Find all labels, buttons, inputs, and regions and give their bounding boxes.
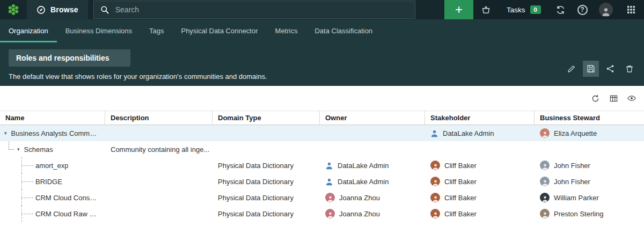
column-settings-button[interactable] [606, 91, 620, 105]
chevron-down-icon: ▾ [116, 55, 119, 61]
tree-line [21, 181, 33, 182]
row-stakeholder[interactable]: Cliff Baker [444, 210, 477, 218]
row-business-steward[interactable]: Eliza Arquette [554, 129, 597, 137]
expand-caret[interactable]: ▾ [4, 130, 7, 136]
table-row[interactable]: ▾ Business Analysts Commun... DataLake A… [0, 125, 644, 141]
row-owner[interactable]: DataLake Admin [338, 178, 389, 186]
share-icon [606, 64, 614, 73]
view-actions [564, 61, 638, 77]
section-tabs: Organization Business Dimensions Tags Ph… [0, 19, 644, 42]
refresh-button[interactable] [588, 91, 602, 105]
sync-icon [556, 5, 565, 14]
row-stakeholder[interactable]: Cliff Baker [444, 194, 477, 202]
create-asset-button[interactable]: + [444, 0, 473, 19]
topbar-right-controls: + Tasks 0 ? [444, 0, 644, 19]
table-row[interactable]: amort_exp Physical Data Dictionary DataL… [0, 157, 644, 173]
avatar [540, 209, 550, 218]
sync-button[interactable] [550, 0, 571, 19]
row-owner[interactable]: DataLake Admin [338, 162, 389, 170]
tab-tags[interactable]: Tags [141, 19, 172, 42]
save-view-button[interactable] [583, 61, 599, 77]
row-owner[interactable]: Joanna Zhou [339, 210, 380, 218]
table-row[interactable]: ▾ Schemas Community containing all inge.… [0, 141, 644, 157]
save-icon [587, 64, 595, 73]
tab-physical-data-connector[interactable]: Physical Data Connector [172, 19, 266, 42]
row-business-steward[interactable]: William Parker [554, 194, 599, 202]
row-name[interactable]: CRM Cloud Consum... [35, 194, 100, 202]
group-user-icon [430, 129, 438, 137]
avatar [325, 193, 335, 202]
search-bar[interactable] [93, 1, 415, 19]
column-header-business-steward[interactable]: Business Steward [535, 111, 644, 125]
column-header-name[interactable]: Name [0, 111, 105, 125]
column-header-stakeholder[interactable]: Stakeholder [425, 111, 535, 125]
row-business-steward[interactable]: John Fisher [554, 178, 590, 186]
expand-caret[interactable]: ▾ [17, 147, 20, 152]
share-view-button[interactable] [602, 61, 618, 77]
tree-line [9, 149, 14, 150]
view-description: The default view that shows roles for yo… [9, 72, 635, 81]
app-switcher-button[interactable] [618, 0, 644, 19]
tab-metrics[interactable]: Metrics [267, 19, 306, 42]
tasks-count-badge: 0 [530, 5, 541, 14]
tab-label: Tags [149, 27, 164, 35]
row-stakeholder[interactable]: Cliff Baker [444, 162, 477, 170]
avatar [430, 193, 440, 202]
table-row[interactable]: BRIDGE Physical Data Dictionary DataLake… [0, 173, 644, 189]
visibility-button[interactable] [625, 91, 639, 105]
help-button[interactable]: ? [571, 0, 594, 19]
compass-icon [36, 5, 46, 14]
app-logo[interactable] [0, 0, 27, 19]
row-name[interactable]: Business Analysts Commun... [11, 129, 100, 137]
row-business-steward[interactable]: Preston Sterling [554, 210, 604, 218]
tab-organization[interactable]: Organization [0, 19, 57, 42]
avatar [540, 161, 550, 170]
basket-button[interactable] [473, 0, 498, 19]
avatar [540, 128, 550, 138]
row-stakeholder [425, 141, 535, 157]
delete-view-button[interactable] [621, 61, 638, 77]
tab-label: Metrics [275, 27, 298, 35]
browse-button[interactable]: Browse [27, 0, 88, 19]
tab-data-classification[interactable]: Data Classification [306, 19, 381, 42]
avatar [430, 209, 440, 218]
refresh-icon [591, 94, 599, 103]
group-user-icon [325, 162, 333, 170]
tree-line [21, 165, 33, 166]
row-name[interactable]: CRM Cloud Raw Data [35, 210, 100, 218]
tab-business-dimensions[interactable]: Business Dimensions [57, 19, 141, 42]
column-header-owner[interactable]: Owner [320, 111, 425, 125]
row-owner [320, 141, 425, 157]
row-name[interactable]: amort_exp [35, 162, 68, 170]
table-grid-icon [610, 94, 618, 103]
row-name[interactable]: Schemas [24, 145, 53, 154]
row-business-steward[interactable]: John Fisher [554, 162, 590, 170]
row-stakeholder[interactable]: Cliff Baker [444, 178, 477, 186]
plus-icon: + [455, 2, 463, 17]
column-header-description[interactable]: Description [105, 111, 213, 125]
row-name[interactable]: BRIDGE [35, 178, 62, 186]
tab-label: Business Dimensions [65, 27, 132, 35]
table-toolbar [0, 86, 644, 111]
row-owner[interactable]: Joanna Zhou [339, 194, 380, 202]
row-domain-type: Physical Data Dictionary [213, 189, 320, 206]
table-row[interactable]: CRM Cloud Consum... Physical Data Dictio… [0, 189, 644, 206]
topbar-spacer [415, 0, 444, 19]
row-description [105, 189, 213, 206]
table-toolbar-actions [588, 91, 639, 105]
person-icon [601, 7, 611, 17]
column-header-domain-type[interactable]: Domain Type [213, 111, 320, 125]
edit-view-button[interactable] [564, 61, 580, 77]
group-user-icon [325, 178, 333, 186]
avatar [430, 177, 440, 186]
browse-label: Browse [50, 5, 78, 14]
tasks-button[interactable]: Tasks 0 [498, 0, 550, 19]
row-stakeholder[interactable]: DataLake Admin [443, 129, 494, 137]
user-menu-button[interactable] [594, 0, 618, 19]
row-description [105, 173, 213, 189]
collibra-logo-icon [6, 3, 20, 17]
view-selector-button[interactable]: Roles and responsibilities ▾ [9, 49, 130, 67]
search-input[interactable] [114, 5, 408, 14]
row-domain-type [213, 141, 320, 157]
table-row[interactable]: CRM Cloud Raw Data Physical Data Diction… [0, 206, 644, 222]
